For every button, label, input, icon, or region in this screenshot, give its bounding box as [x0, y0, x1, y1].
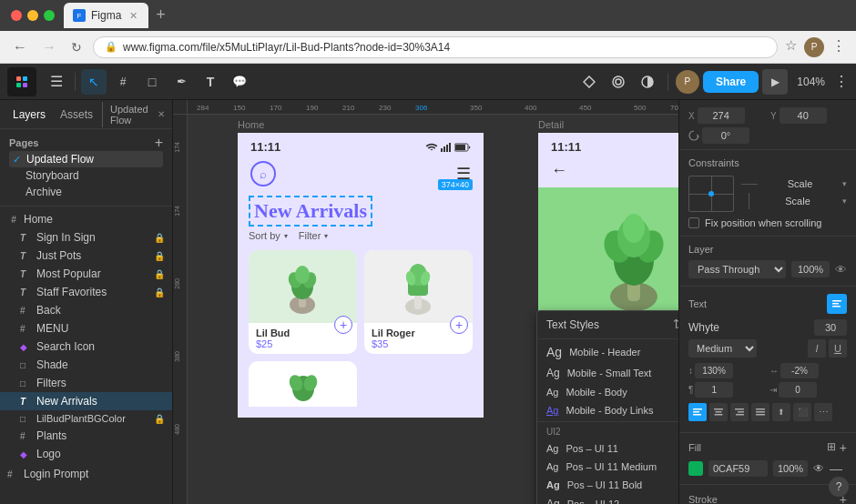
ts-item-mobile-links[interactable]: Ag Mobile - Body Links	[537, 401, 678, 419]
plant-card-lil-roger[interactable]: Lil Roger $35 +	[364, 250, 473, 354]
fill-add-icon[interactable]: +	[840, 440, 847, 455]
layer-new-arrivals[interactable]: T New Arrivals	[0, 392, 172, 410]
new-tab-button[interactable]: +	[148, 5, 173, 28]
ts-item-mobile-small[interactable]: Ag Mobile - Small Text	[537, 363, 678, 383]
layer-just-pots[interactable]: T Just Pots 🔒	[0, 247, 172, 265]
align-center-btn[interactable]	[709, 403, 728, 421]
layer-logo[interactable]: ◆ Logo	[0, 445, 172, 463]
layer-home[interactable]: # Home	[0, 210, 172, 228]
italic-btn[interactable]: I	[808, 339, 826, 358]
active-tab[interactable]: F Figma ✕	[64, 3, 148, 28]
layer-filters[interactable]: □ Filters	[0, 374, 172, 392]
refresh-button[interactable]: ↻	[67, 38, 86, 56]
align-justify-btn[interactable]	[751, 403, 769, 421]
ts-item-pos-11-bold[interactable]: Ag Pos – UI 11 Bold	[537, 476, 678, 494]
fill-hex-input[interactable]	[708, 460, 768, 477]
ts-item-pos-11-med[interactable]: Ag Pos – UI 11 Medium	[537, 458, 678, 476]
url-bar[interactable]: 🔒 www.figma.com/file/x5MuLtiPlayr/Lil-Bu…	[93, 36, 778, 58]
layer-login-prompt[interactable]: # Login Prompt	[0, 465, 172, 483]
text-style-button[interactable]	[827, 294, 847, 314]
tab-close-icon[interactable]: ✕	[127, 9, 139, 22]
more-text-btn[interactable]: ⋯	[814, 403, 832, 421]
search-circle-btn[interactable]: ⌕	[250, 161, 276, 186]
back-button[interactable]: ←	[9, 37, 31, 57]
x-input[interactable]	[698, 107, 745, 124]
zoom-level[interactable]: 104%	[791, 72, 831, 92]
layer-sign-in[interactable]: T Sign In Sign 🔒	[0, 228, 172, 247]
new-arrivals-title[interactable]: New Arrivals	[249, 196, 372, 227]
tab-assets[interactable]: Assets	[55, 106, 98, 123]
tab-flow[interactable]: Updated Flow	[102, 102, 154, 127]
move-tool[interactable]: ↖	[81, 69, 107, 95]
figma-menu-button[interactable]	[7, 67, 36, 96]
filter-button[interactable]: Filter ▾	[299, 230, 328, 241]
plant-card-lil-bud[interactable]: Lil Bud $25 +	[249, 250, 357, 354]
fill-grid-icon[interactable]: ⊞	[827, 440, 836, 455]
font-name[interactable]: Whyte	[688, 321, 719, 334]
layer-bg-color[interactable]: □ LilBudPlantBGColor 🔒	[0, 410, 172, 427]
layout-icon[interactable]	[606, 69, 631, 95]
fill-remove-icon[interactable]: —	[830, 461, 842, 476]
layer-search-icon[interactable]: ◆ Search Icon	[0, 338, 172, 356]
pen-tool[interactable]: ✒	[168, 69, 194, 95]
indent-input[interactable]	[779, 382, 817, 398]
layer-shade[interactable]: □ Shade	[0, 356, 172, 374]
traffic-light-red[interactable]	[11, 10, 22, 21]
more-options-icon[interactable]: ⋮	[834, 73, 849, 90]
help-button[interactable]: ?	[829, 477, 849, 497]
back-arrow-icon[interactable]: ←	[551, 161, 567, 179]
blend-mode-select[interactable]: Pass Through Normal Multiply	[688, 260, 786, 278]
frame-tool[interactable]: #	[110, 69, 136, 95]
fix-scroll-checkbox[interactable]: Fix position when scrolling	[688, 217, 847, 228]
text-tool[interactable]: T	[198, 69, 223, 95]
para-spacing-input[interactable]	[695, 382, 733, 398]
vertical-align-mid-btn[interactable]: ⬛	[793, 403, 811, 421]
fill-eye-icon[interactable]: 👁	[813, 462, 824, 475]
pages-add-button[interactable]: +	[155, 135, 163, 151]
avatar[interactable]: P	[676, 70, 699, 94]
y-input[interactable]	[780, 107, 827, 124]
page-item-updated-flow[interactable]: ✓ Updated Flow	[9, 151, 163, 167]
layer-back[interactable]: # Back	[0, 301, 172, 319]
shape-tool[interactable]: □	[139, 69, 165, 95]
ts-item-pos-11[interactable]: Ag Pos – UI 11	[537, 439, 678, 458]
text-styles-sort-icon[interactable]: ⇅	[673, 318, 678, 332]
layer-most-popular[interactable]: T Most Popular 🔒	[0, 265, 172, 283]
rotation-input[interactable]	[702, 127, 749, 144]
play-button[interactable]: ▶	[762, 69, 788, 95]
ts-item-mobile-body[interactable]: Ag Mobile - Body	[537, 383, 678, 401]
align-left-btn[interactable]	[688, 403, 707, 421]
font-weight-select[interactable]: Medium Regular Bold	[688, 339, 757, 358]
comment-tool[interactable]: 💬	[227, 69, 252, 95]
fill-color-swatch[interactable]	[688, 461, 703, 476]
menu-dots-icon[interactable]: ⋮	[831, 37, 847, 57]
home-mobile-frame[interactable]: 11:11 ⌕ ☰ New	[238, 133, 484, 418]
scale-h-chevron[interactable]: ▾	[842, 179, 847, 188]
add-to-cart-lil-roger[interactable]: +	[450, 316, 468, 334]
font-size-input[interactable]	[814, 319, 847, 336]
page-item-archive[interactable]: Archive	[9, 184, 163, 200]
profile-icon[interactable]: P	[804, 37, 824, 57]
hamburger-button[interactable]: ☰	[44, 69, 69, 95]
sort-button[interactable]: Sort by ▾	[249, 230, 288, 241]
vertical-align-top-btn[interactable]: ⬆	[772, 403, 790, 421]
layer-plants[interactable]: # Plants	[0, 427, 172, 445]
fill-opacity-input[interactable]	[773, 460, 808, 477]
traffic-light-yellow[interactable]	[27, 10, 38, 21]
component-icon[interactable]	[576, 69, 602, 95]
page-item-storyboard[interactable]: Storyboard	[9, 167, 163, 184]
bookmark-icon[interactable]: ☆	[785, 37, 797, 57]
opacity-input[interactable]	[791, 261, 830, 277]
line-height-input[interactable]	[695, 363, 733, 378]
add-to-cart-lil-bud[interactable]: +	[334, 316, 352, 334]
share-button[interactable]: Share	[703, 71, 759, 93]
scale-v-chevron[interactable]: ▾	[842, 197, 847, 206]
eye-icon[interactable]: 👁	[835, 263, 847, 277]
align-right-btn[interactable]	[730, 403, 749, 421]
underline-btn[interactable]: U	[829, 339, 847, 358]
plant-card-partial[interactable]	[249, 361, 357, 407]
tab-layers[interactable]: Layers	[7, 106, 51, 123]
traffic-light-green[interactable]	[44, 10, 55, 21]
letter-spacing-input[interactable]	[780, 363, 819, 378]
layer-menu[interactable]: # MENU	[0, 319, 172, 338]
